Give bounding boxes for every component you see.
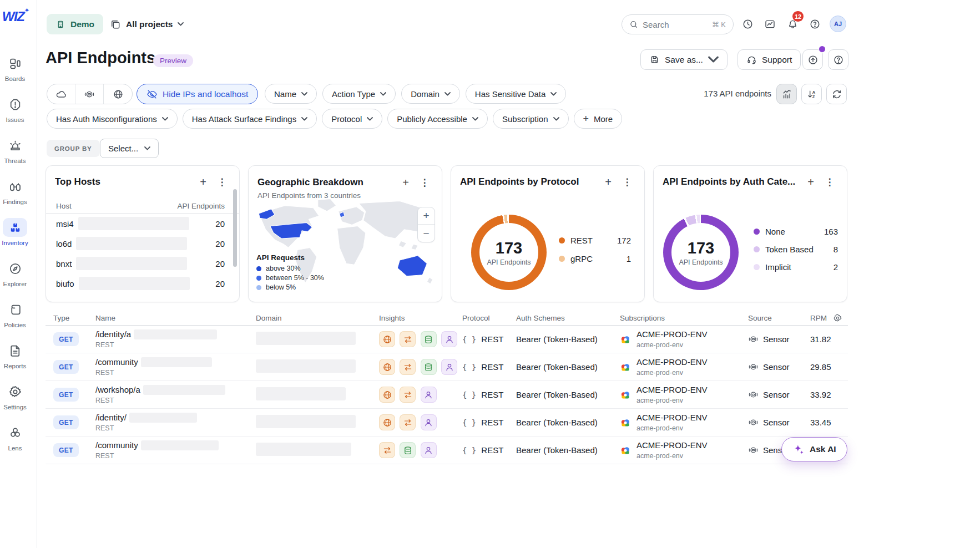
table-settings-gear-icon[interactable] — [833, 313, 842, 323]
global-search[interactable]: ⌘ K — [622, 14, 734, 34]
legend-item: REST172 — [559, 236, 631, 245]
protocol-value: REST — [481, 445, 503, 455]
card-menu-button[interactable]: ⋮ — [822, 175, 837, 189]
card-menu-button[interactable]: ⋮ — [215, 175, 229, 189]
upgrade-button[interactable] — [802, 49, 823, 70]
ask-ai-button[interactable]: Ask AI — [781, 437, 847, 461]
page-help-button[interactable] — [828, 49, 848, 70]
endpoint-path: /community — [95, 440, 138, 450]
col-source[interactable]: Source — [748, 314, 810, 322]
endpoint-protocol-sub: REST — [95, 452, 114, 460]
add-widget-button[interactable]: + — [196, 175, 210, 189]
sensor-filter-button[interactable] — [75, 84, 104, 104]
search-input[interactable] — [643, 20, 708, 29]
chevron-down-icon — [178, 22, 184, 26]
filter-label: Has Sensitive Data — [475, 89, 546, 99]
sidebar-item-label: Settings — [3, 404, 27, 410]
filter-protocol[interactable]: Protocol — [322, 109, 382, 129]
sidebar-item-threats[interactable]: Threats — [0, 131, 37, 172]
filter-label: Action Type — [332, 89, 375, 99]
protocol-donut-chart[interactable]: 173 API Endpoints — [471, 215, 547, 290]
card-menu-button[interactable]: ⋮ — [620, 175, 634, 189]
auth-scheme: Bearer (Token-Based) — [516, 362, 620, 372]
user-avatar[interactable]: AJ — [830, 16, 846, 32]
col-name[interactable]: Name — [95, 314, 256, 322]
top-host-row[interactable]: bnxt20 — [46, 253, 239, 273]
filter-domain[interactable]: Domain — [401, 84, 460, 104]
card-title: API Endpoints by Auth Cate... — [663, 176, 799, 187]
demo-tenant-button[interactable]: Demo — [47, 14, 103, 34]
group-by-label: GROUP BY — [47, 140, 100, 157]
add-widget-button[interactable]: + — [601, 175, 615, 189]
gcp-icon — [620, 445, 631, 455]
filter-more-button[interactable]: +More — [574, 109, 623, 129]
recent-activity-button[interactable] — [739, 15, 756, 33]
sidebar-item-findings[interactable]: Findings — [0, 172, 37, 213]
endpoint-path: /community — [95, 357, 138, 367]
col-protocol[interactable]: Protocol — [462, 314, 516, 322]
globe-icon — [113, 89, 124, 100]
auth-donut-chart[interactable]: 173 API Endpoints — [663, 215, 739, 290]
subscription-name: ACME-PROD-ENV — [637, 357, 708, 367]
col-type[interactable]: Type — [53, 314, 95, 322]
source-value: Sensor — [763, 334, 790, 344]
endpoint-row[interactable]: GET /communityREST { }REST Bearer (Token… — [46, 437, 848, 464]
internet-exposed-icon — [379, 414, 395, 430]
filter-publicly-accessible[interactable]: Publicly Accessible — [387, 109, 488, 129]
card-menu-button[interactable]: ⋮ — [417, 175, 432, 190]
method-badge: GET — [53, 332, 79, 346]
endpoint-row[interactable]: GET /identity/aREST { }REST Bearer (Toke… — [46, 326, 848, 353]
sidebar-item-settings[interactable]: Settings — [0, 377, 37, 418]
sidebar-item-policies[interactable]: Policies — [0, 295, 37, 336]
card-title: API Endpoints by Protocol — [460, 176, 597, 187]
hide-ips-filter[interactable]: Hide IPs and localhost — [137, 84, 258, 104]
top-host-row[interactable]: lo6d20 — [46, 234, 239, 253]
sidebar-item-label: Policies — [4, 322, 26, 328]
sidebar-item-inventory[interactable]: Inventory — [0, 213, 37, 254]
host-name: biufo — [56, 279, 74, 288]
endpoint-row[interactable]: GET /communityREST { }REST Bearer (Token… — [46, 353, 848, 381]
sidebar-item-reports[interactable]: Reports — [0, 336, 37, 377]
question-icon — [833, 54, 844, 65]
redacted-domain — [256, 443, 351, 456]
filter-name[interactable]: Name — [265, 84, 317, 104]
col-subscriptions[interactable]: Subscriptions — [620, 314, 748, 322]
endpoint-row[interactable]: GET /identity/REST { }REST Bearer (Token… — [46, 409, 848, 437]
sidebar-item-boards[interactable]: Boards — [0, 49, 37, 90]
project-scope-dropdown[interactable]: All projects — [110, 14, 184, 34]
sidebar-item-explorer[interactable]: Explorer — [0, 254, 37, 295]
redacted-name — [129, 413, 197, 423]
filter-subscription[interactable]: Subscription — [493, 109, 569, 129]
add-widget-button[interactable]: + — [398, 175, 413, 190]
headset-icon — [746, 54, 757, 65]
wiz-logo[interactable]: WIZ✦ — [0, 9, 37, 24]
save-as-button[interactable]: Save as... — [640, 49, 728, 70]
zoom-in-button[interactable]: + — [418, 207, 435, 225]
endpoint-row[interactable]: GET /workshop/aREST { }REST Bearer (Toke… — [46, 381, 848, 409]
help-button[interactable] — [806, 15, 824, 33]
filter-has-auth-misconfigurations[interactable]: Has Auth Misconfigurations — [47, 109, 178, 129]
findings-icon — [3, 177, 27, 196]
top-host-row[interactable]: biufo20 — [46, 273, 239, 293]
sidebar-item-issues[interactable]: Issues — [0, 90, 37, 131]
filter-action-type[interactable]: Action Type — [322, 84, 396, 104]
col-rpm[interactable]: RPM — [810, 314, 827, 322]
col-domain[interactable]: Domain — [256, 314, 379, 322]
add-widget-button[interactable]: + — [804, 175, 818, 189]
filter-has-sensitive-data[interactable]: Has Sensitive Data — [466, 84, 567, 104]
refresh-button[interactable] — [826, 84, 847, 104]
sidebar-item-lens[interactable]: Lens — [0, 418, 37, 459]
toggle-charts-button[interactable] — [776, 84, 797, 104]
top-host-row[interactable]: msi420 — [46, 214, 239, 234]
support-button[interactable]: Support — [737, 49, 801, 70]
filter-has-attack-surface-findings[interactable]: Has Attack Surface Findings — [183, 109, 317, 129]
zoom-out-button[interactable]: − — [418, 225, 435, 242]
scrollbar[interactable] — [233, 189, 237, 267]
sort-button[interactable]: AZ — [801, 84, 822, 104]
cloud-filter-button[interactable] — [47, 84, 75, 104]
internet-filter-button[interactable] — [104, 84, 132, 104]
whats-new-button[interactable] — [761, 15, 779, 33]
col-insights[interactable]: Insights — [379, 314, 462, 322]
col-auth-schemes[interactable]: Auth Schemes — [516, 314, 620, 322]
group-by-select[interactable]: Select... — [100, 139, 159, 158]
